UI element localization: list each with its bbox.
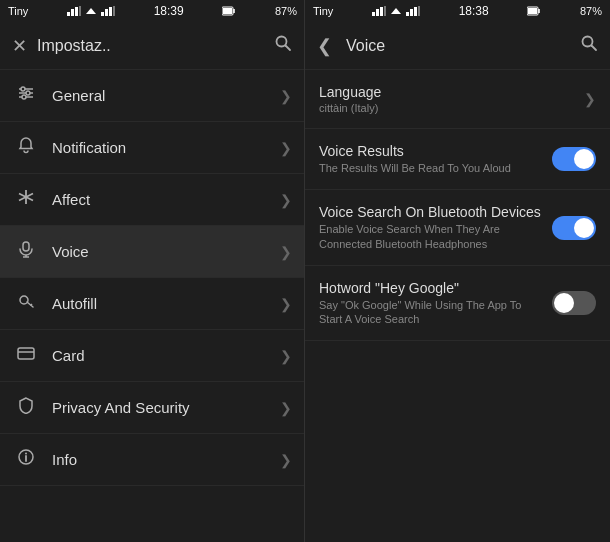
toggle-knob [574, 218, 594, 238]
info-chevron: ❯ [280, 452, 292, 468]
right-battery-pct: 87% [580, 5, 602, 17]
voice-bluetooth-subtitle: Enable Voice Search When They Are Connec… [319, 222, 542, 251]
toggle-knob [574, 149, 594, 169]
affect-chevron: ❯ [280, 192, 292, 208]
voice-results-title: Voice Results [319, 143, 542, 159]
close-icon[interactable]: ✕ [12, 35, 27, 57]
asterisk-icon [12, 188, 40, 211]
voice-bluetooth-toggle[interactable] [552, 216, 596, 240]
svg-point-16 [21, 87, 25, 91]
sidebar-item-voice[interactable]: Voice ❯ [0, 226, 304, 278]
right-signal-icons [372, 6, 420, 16]
left-panel: Tiny 18:39 87% ✕ Impostaz.. [0, 0, 305, 542]
svg-rect-32 [376, 9, 379, 16]
voice-bluetooth-title: Voice Search On Bluetooth Devices [319, 204, 542, 220]
svg-rect-3 [79, 6, 81, 16]
left-header: ✕ Impostaz.. [0, 22, 304, 70]
svg-rect-40 [538, 9, 540, 13]
svg-rect-35 [406, 12, 409, 16]
svg-rect-26 [18, 348, 34, 359]
hotword-subtitle: Say "Ok Google" While Using The App To S… [319, 298, 542, 327]
svg-rect-6 [109, 7, 112, 16]
info-label: Info [52, 451, 280, 468]
right-search-icon[interactable] [580, 34, 598, 57]
right-header: ❮ Voice [305, 22, 610, 70]
svg-rect-36 [410, 9, 413, 16]
mic-icon [12, 240, 40, 263]
back-icon[interactable]: ❮ [317, 35, 332, 57]
general-chevron: ❯ [280, 88, 292, 104]
svg-line-12 [286, 46, 291, 51]
language-chevron: ❯ [584, 91, 596, 107]
card-chevron: ❯ [280, 348, 292, 364]
svg-rect-7 [113, 6, 115, 16]
svg-rect-0 [67, 12, 70, 16]
setting-language[interactable]: Language cittàin (Italy) ❯ [305, 70, 610, 129]
svg-rect-10 [223, 8, 232, 14]
svg-line-43 [592, 46, 597, 51]
right-header-title: Voice [346, 37, 570, 55]
voice-results-subtitle: The Results Will Be Read To You Aloud [319, 161, 542, 175]
left-carrier: Tiny [8, 5, 28, 17]
notification-chevron: ❯ [280, 140, 292, 156]
right-panel: Tiny 18:38 87% ❮ Voice Language [305, 0, 610, 542]
voice-chevron: ❯ [280, 244, 292, 260]
card-label: Card [52, 347, 280, 364]
sliders-icon [12, 84, 40, 107]
language-title: Language [319, 84, 576, 100]
sidebar-item-autofill[interactable]: Autofill ❯ [0, 278, 304, 330]
setting-voice-results[interactable]: Voice Results The Results Will Be Read T… [305, 129, 610, 190]
left-battery-icons [222, 6, 236, 16]
svg-rect-34 [384, 6, 386, 16]
svg-rect-5 [105, 9, 108, 16]
right-status-bar: Tiny 18:38 87% [305, 0, 610, 22]
card-icon [12, 344, 40, 367]
general-label: General [52, 87, 280, 104]
privacy-label: Privacy And Security [52, 399, 280, 416]
svg-rect-37 [414, 7, 417, 16]
notification-label: Notification [52, 139, 280, 156]
right-carrier: Tiny [313, 5, 333, 17]
search-icon[interactable] [274, 34, 292, 57]
hotword-toggle[interactable] [552, 291, 596, 315]
sidebar-item-affect[interactable]: Affect ❯ [0, 174, 304, 226]
autofill-label: Autofill [52, 295, 280, 312]
hotword-title: Hotword "Hey Google" [319, 280, 542, 296]
key-icon [12, 292, 40, 315]
left-header-title: Impostaz.. [37, 37, 264, 55]
svg-rect-1 [71, 9, 74, 16]
language-value: cittàin (Italy) [319, 102, 576, 114]
svg-point-30 [25, 453, 27, 455]
right-battery-icons [527, 6, 541, 16]
svg-rect-33 [380, 7, 383, 16]
bell-icon [12, 136, 40, 159]
left-battery-pct: 87% [275, 5, 297, 17]
left-menu-list: General ❯ Notification ❯ Affect [0, 70, 304, 542]
hotword-label-group: Hotword "Hey Google" Say "Ok Google" Whi… [319, 280, 542, 327]
svg-point-18 [22, 95, 26, 99]
sidebar-item-card[interactable]: Card ❯ [0, 330, 304, 382]
right-time: 18:38 [459, 4, 489, 18]
svg-rect-41 [528, 8, 537, 14]
sidebar-item-privacy[interactable]: Privacy And Security ❯ [0, 382, 304, 434]
sidebar-item-notification[interactable]: Notification ❯ [0, 122, 304, 174]
autofill-chevron: ❯ [280, 296, 292, 312]
svg-point-17 [26, 91, 30, 95]
language-label-group: Language cittàin (Italy) [319, 84, 576, 114]
svg-rect-9 [233, 9, 235, 13]
privacy-chevron: ❯ [280, 400, 292, 416]
voice-results-label-group: Voice Results The Results Will Be Read T… [319, 143, 542, 175]
sidebar-item-info[interactable]: Info ❯ [0, 434, 304, 486]
svg-rect-2 [75, 7, 78, 16]
voice-results-toggle[interactable] [552, 147, 596, 171]
svg-rect-38 [418, 6, 420, 16]
setting-voice-bluetooth[interactable]: Voice Search On Bluetooth Devices Enable… [305, 190, 610, 266]
shield-icon [12, 396, 40, 419]
setting-hotword[interactable]: Hotword "Hey Google" Say "Ok Google" Whi… [305, 266, 610, 342]
left-status-bar: Tiny 18:39 87% [0, 0, 305, 22]
sidebar-item-general[interactable]: General ❯ [0, 70, 304, 122]
left-time: 18:39 [154, 4, 184, 18]
svg-rect-31 [372, 12, 375, 16]
affect-label: Affect [52, 191, 280, 208]
info-icon [12, 448, 40, 471]
